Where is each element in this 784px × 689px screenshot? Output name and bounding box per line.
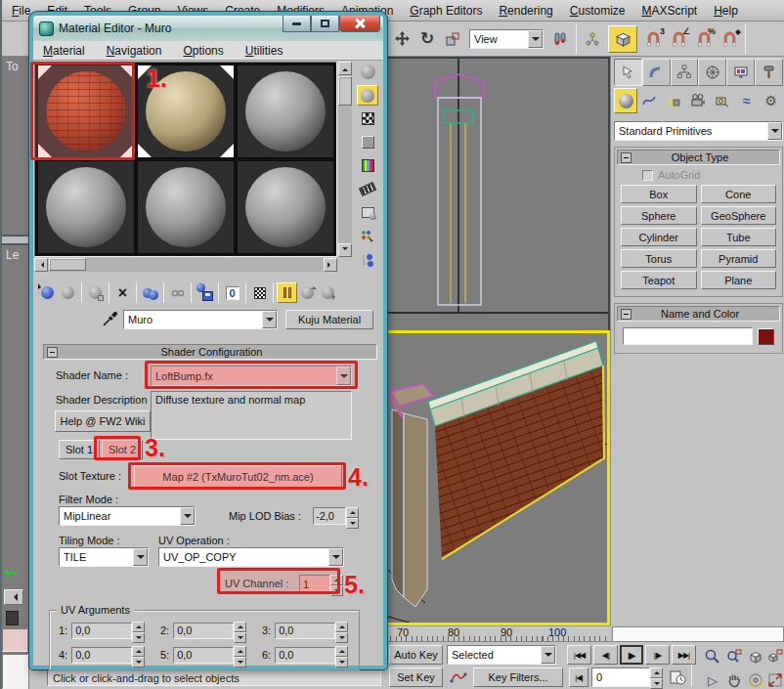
previous-frame-button[interactable]: ◀|| — [593, 645, 618, 665]
uv-operation-dropdown[interactable]: UV_OP_COPY — [158, 547, 344, 567]
sample-slot-3[interactable] — [237, 65, 334, 158]
backlight-icon[interactable] — [357, 85, 378, 106]
top-viewport[interactable] — [385, 57, 610, 330]
pillar-front-face[interactable] — [404, 413, 427, 607]
sample-type-icon[interactable] — [357, 62, 378, 82]
tiling-mode-dropdown[interactable]: TILE — [59, 547, 149, 567]
category-space-warps[interactable]: ≈ — [734, 88, 759, 113]
slot2-tab[interactable]: Slot 2 — [102, 440, 143, 459]
uv-arg-2-spinner[interactable] — [234, 622, 246, 638]
frame-number-field[interactable]: 0 — [591, 667, 650, 687]
minimize-button[interactable] — [283, 16, 311, 32]
put-to-library-icon[interactable] — [195, 282, 215, 303]
select-manipulate-icon[interactable] — [580, 26, 605, 52]
uv-channel-spinner[interactable] — [330, 575, 343, 593]
maxscript-mini-listener[interactable] — [2, 654, 28, 689]
shader-configuration-header[interactable]: Shader Configuration — [43, 344, 377, 360]
close-button[interactable] — [339, 16, 380, 32]
menu-maxscript[interactable]: MAXScript — [642, 4, 698, 18]
uv-arg-2-field[interactable]: 0,0 — [173, 623, 234, 639]
go-forward-to-sibling-icon[interactable] — [318, 282, 338, 303]
material-type-button[interactable]: Kuju Material — [285, 310, 373, 329]
uv-channel-field[interactable]: 1 — [299, 575, 330, 593]
tab-hierarchy[interactable] — [671, 59, 699, 86]
selection-filter-dropdown[interactable]: Selected — [447, 645, 556, 665]
cylinder-button[interactable]: Cylinder — [621, 228, 697, 246]
spinner-snap-icon[interactable] — [717, 26, 742, 52]
select-scale-icon[interactable] — [440, 26, 465, 52]
time-tag-area[interactable] — [612, 626, 784, 641]
zoom-extents-all-icon[interactable] — [762, 644, 784, 669]
menu-rendering[interactable]: Rendering — [499, 4, 552, 18]
mip-lod-bias-spinner[interactable] — [346, 507, 359, 525]
key-mode-curve-icon[interactable] — [448, 667, 469, 687]
material-id-channel-icon[interactable]: 0 — [222, 282, 242, 303]
category-cameras[interactable] — [686, 88, 711, 113]
uv-arg-5-spinner[interactable] — [234, 646, 246, 663]
category-geometry[interactable] — [614, 88, 637, 113]
menu-customize[interactable]: Customize — [570, 4, 626, 18]
tab-modify[interactable] — [642, 59, 671, 86]
slot-texture-button[interactable]: Map #2 (TxMuroTut02_nm.ace) — [134, 465, 342, 488]
selection-lock-icon[interactable] — [6, 611, 19, 625]
frame-spinner[interactable] — [650, 667, 663, 687]
box-button[interactable]: Box — [621, 185, 697, 203]
snaps-toggle-button[interactable] — [608, 25, 637, 53]
go-to-parent-icon[interactable] — [297, 282, 318, 303]
uv-arg-4-spinner[interactable] — [132, 646, 145, 663]
menu-material[interactable]: Material — [43, 44, 85, 58]
get-material-icon[interactable] — [37, 282, 58, 303]
reference-coordinate-dropdown[interactable]: View — [469, 29, 544, 49]
percent-snap-icon[interactable]: % — [691, 26, 717, 52]
uv-arg-3-field[interactable]: 0,0 — [275, 623, 335, 639]
object-type-rollout-header[interactable]: Object Type — [617, 150, 780, 165]
tube-button[interactable]: Tube — [701, 228, 777, 246]
snap-3d-icon[interactable]: 3 — [640, 26, 666, 52]
pyramid-button[interactable]: Pyramid — [701, 249, 777, 268]
auto-key-button[interactable]: Auto Key — [389, 645, 443, 665]
menu-options[interactable]: Options — [183, 44, 223, 58]
use-center-icon[interactable] — [547, 26, 573, 52]
cone-button[interactable]: Cone — [701, 185, 777, 203]
shader-name-dropdown[interactable]: LoftBump.fx — [151, 366, 352, 386]
put-material-to-scene-icon[interactable] — [58, 282, 78, 303]
options-icon[interactable] — [357, 202, 378, 223]
tab-create[interactable] — [614, 59, 642, 86]
category-shapes[interactable] — [637, 88, 662, 113]
key-step-toggle[interactable]: |◀| — [569, 667, 588, 687]
perspective-viewport[interactable] — [385, 330, 610, 625]
show-map-in-viewport-icon[interactable] — [249, 282, 270, 303]
viewport-splitter[interactable] — [2, 235, 29, 245]
tab-motion[interactable] — [698, 59, 726, 86]
select-by-material-icon[interactable] — [357, 226, 378, 246]
uv-arg-4-field[interactable]: 0,0 — [71, 647, 132, 664]
make-material-copy-icon[interactable] — [140, 282, 160, 303]
uv-arg-1-field[interactable]: 0,0 — [71, 623, 132, 639]
reset-map-icon[interactable]: × — [112, 282, 133, 303]
uv-arg-3-spinner[interactable] — [335, 622, 348, 638]
object-color-swatch[interactable] — [758, 328, 774, 345]
teapot-button[interactable]: Teapot — [621, 271, 697, 289]
time-slider-left-button[interactable] — [4, 589, 23, 605]
menu-utilities[interactable]: Utilities — [245, 44, 283, 58]
macro-recorder-strip[interactable] — [2, 628, 27, 652]
go-to-end-button[interactable]: ▶▶| — [672, 645, 696, 665]
uv-arg-6-spinner[interactable] — [335, 646, 348, 663]
mip-lod-bias-field[interactable]: -2,0 — [313, 507, 346, 525]
sample-uv-tiling-icon[interactable] — [357, 132, 378, 152]
select-rotate-icon[interactable]: ↻ — [414, 26, 440, 52]
sample-slot-4[interactable] — [37, 160, 135, 254]
material-editor-titlebar[interactable]: Material Editor - Muro — [33, 16, 383, 41]
min-max-toggle-icon[interactable] — [762, 667, 784, 689]
menu-help[interactable]: Help — [714, 4, 738, 18]
material-name-dropdown[interactable]: Muro — [123, 310, 278, 329]
pick-material-eyedropper-icon[interactable] — [102, 311, 118, 329]
dropdown-arrow-icon[interactable] — [528, 30, 543, 48]
sample-slot-6[interactable] — [237, 160, 334, 254]
background-icon[interactable] — [357, 108, 378, 129]
primitives-dropdown[interactable]: Standard Primitives — [614, 121, 783, 141]
key-filters-button[interactable]: Key Filters... — [473, 667, 563, 687]
video-color-check-icon[interactable] — [357, 155, 378, 176]
tab-utilities[interactable] — [755, 59, 783, 86]
menu-graph-editors[interactable]: Graph Editors — [410, 4, 482, 18]
